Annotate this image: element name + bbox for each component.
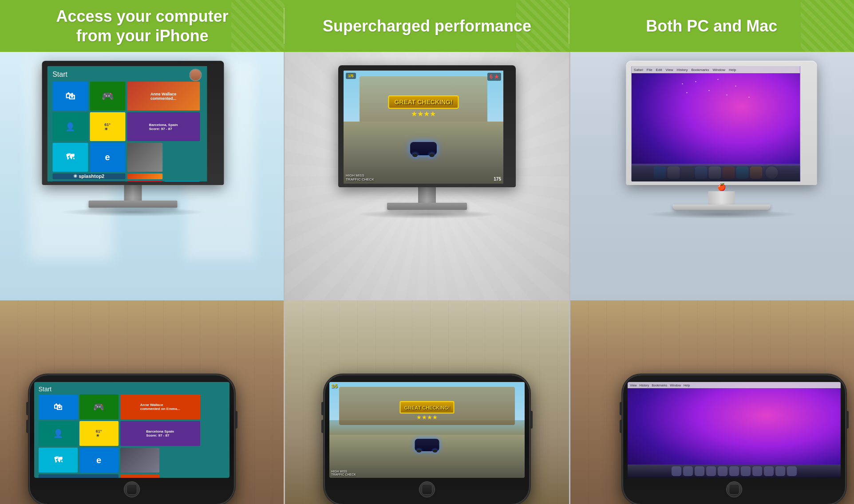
header-title-2: Supercharged performance — [323, 16, 531, 35]
mac-desktop: Safari File Edit View History Bookmarks … — [632, 66, 800, 181]
iphone-home-button[interactable] — [124, 481, 140, 497]
tile-photos: Anne Wallacecommented... — [127, 82, 200, 110]
iphone-gaming-home-inner — [422, 484, 432, 495]
monitor-frame: Start 🛍 🎮 — [42, 61, 224, 185]
iphone-tile-red — [120, 474, 159, 478]
tile-person — [127, 143, 162, 172]
iphone-mac-menu-help: Help — [684, 384, 690, 387]
iphone-tile-social: Anne Wallacecommented on Emma... — [120, 394, 200, 419]
dock-divider — [764, 167, 764, 178]
iphone-dock-icon-6 — [729, 466, 739, 476]
apple-logo: 🍎 — [626, 183, 817, 191]
iphone-dock-icon-7 — [741, 466, 751, 476]
col-windows: Start 🛍 🎮 — [0, 52, 285, 504]
mac-menu-help: Help — [729, 68, 736, 72]
iphone-mac-wallpaper — [628, 382, 841, 478]
iphone-car-wheel-r — [432, 449, 437, 453]
iphone-power — [530, 411, 533, 429]
col-mac: Safari File Edit View History Bookmarks … — [570, 52, 854, 504]
iphone-start-label: Start — [39, 386, 52, 393]
dock-icon-6 — [723, 166, 735, 179]
mac-menu-bookmarks: Bookmarks — [692, 68, 709, 72]
tile-weather: 61°☀ — [90, 112, 125, 141]
iphone-screen-windows: Start 🛍 🎮 Anne Wallacecommented on Emma.… — [34, 382, 229, 478]
mac-menu-safari: Safari — [634, 68, 643, 72]
game-score-bottom: 175 — [494, 177, 501, 181]
iphone-mac-power — [846, 411, 849, 429]
iphone-home-inner — [127, 484, 137, 495]
iphone-vol-up — [321, 402, 324, 415]
iphone-mac-menu-history: History — [639, 384, 649, 387]
iphone-mac-home[interactable] — [726, 481, 742, 497]
gaming-monitor-shadow — [356, 210, 498, 219]
iphone-tile-weather: 61°☀ — [79, 421, 119, 446]
mac-monitor-screen: Safari File Edit View History Bookmarks … — [632, 66, 812, 181]
dock-icon-8 — [750, 166, 763, 179]
car-wheel-right — [429, 154, 435, 157]
iphone-dock-icon-8 — [752, 466, 762, 476]
header-title-3: Both PC and Mac — [646, 16, 777, 35]
mac-menu-file: File — [647, 68, 652, 72]
tile-cloud: ☁ — [164, 181, 200, 181]
iphone-gaming: 1/5 GREAT CHECKING! ★★★★ — [325, 375, 529, 504]
game-desktop: 1/5 6 ★ GREAT CHECKING! ★★★★ — [344, 71, 503, 184]
game-hud-pos: 1/5 — [346, 73, 356, 79]
windows-monitor: Start 🛍 🎮 — [42, 61, 224, 217]
iphone-mac-menu-bookmarks: Bookmarks — [652, 384, 667, 387]
mac-menu-view: View — [665, 68, 673, 72]
tile-games: 🎮 — [90, 82, 125, 110]
iphone-mac-menubar: View History Bookmarks Window Help — [628, 382, 841, 388]
game-car — [410, 142, 437, 155]
col-gaming: 1/5 6 ★ GREAT CHECKING! ★★★★ — [285, 52, 570, 504]
monitor-base — [88, 201, 177, 208]
iphone-tile-games: 🎮 — [79, 394, 119, 419]
iphone-game-hud-bottom: HIGH MISSTRAFFIC CHECK — [331, 470, 356, 476]
page-container: Access your computer from your iPhone Su… — [0, 0, 854, 504]
game-hud-bottom: HIGH MISSTRAFFIC CHECK — [346, 173, 374, 181]
monitor-screen: Start 🛍 🎮 — [47, 66, 218, 181]
game-stars: ★★★★ — [388, 110, 459, 118]
iphone-windows: Start 🛍 🎮 Anne Wallacecommented on Emma.… — [30, 375, 234, 504]
mac-menu-history: History — [677, 68, 688, 72]
tile-splashtop: ✳ splashtop2 — [52, 173, 125, 179]
iphone-tile-maps: 🗺 — [39, 448, 78, 472]
iphone-tile-photo — [120, 448, 159, 472]
game-banner-box: GREAT CHECKING! — [388, 95, 459, 109]
tile-maps: 🗺 — [52, 143, 88, 172]
iphone-mac-frame: View History Bookmarks Window Help — [623, 375, 845, 504]
header-col-3: Both PC and Mac — [569, 0, 854, 52]
iphone-mac-dock — [628, 465, 841, 478]
mac-menubar: Safari File Edit View History Bookmarks … — [632, 66, 800, 73]
gaming-monitor-screen: 1/5 6 ★ GREAT CHECKING! ★★★★ — [344, 71, 510, 184]
header-col-1: Access your computer from your iPhone — [0, 0, 285, 52]
iphone-game-car — [415, 439, 439, 451]
iphone-gaming-home[interactable] — [419, 481, 435, 497]
tile-people: 👤 — [52, 112, 88, 141]
tile-now-playing: Now PlayingEltonViper Creek Club — [127, 181, 162, 181]
iphone-game-text: GREAT CHECKING! — [404, 405, 450, 410]
iphone-game-content: 1/5 GREAT CHECKING! ★★★★ — [329, 382, 525, 478]
tile-machado: Manuel Machado90 Vacation photosThese pi… — [52, 181, 125, 181]
monitor-shadow — [60, 208, 206, 217]
iphone-game-rank: 1/5 — [331, 384, 337, 389]
iphone-mac-vol-up — [620, 402, 622, 415]
header: Access your computer from your iPhone Su… — [0, 0, 854, 52]
iphone-volume-down — [26, 420, 29, 433]
iphone-dock-icon-11 — [787, 466, 797, 476]
win8-start-label: Start — [52, 71, 67, 79]
iphone-game-stars: ★★★★ — [399, 414, 454, 421]
iphone-dock-icon-9 — [764, 466, 774, 476]
win8-user-avatar — [189, 69, 202, 81]
tile-store: 🛍 — [52, 82, 88, 110]
iphone-tile-ie: e — [79, 448, 119, 472]
iphone-mac: View History Bookmarks Window Help — [623, 375, 845, 504]
monitor-neck — [124, 185, 142, 201]
dock-icon-5 — [709, 166, 721, 179]
tile-ie: e — [90, 143, 125, 172]
iphone-screen-gaming: 1/5 GREAT CHECKING! ★★★★ — [329, 382, 525, 478]
header-title-1: Access your computer from your iPhone — [56, 7, 229, 45]
gaming-monitor-neck — [418, 187, 436, 203]
iphone-game-banner-box: GREAT CHECKING! — [399, 401, 454, 413]
header-col-2: Supercharged performance — [285, 0, 569, 52]
dock-icon-1 — [654, 166, 666, 179]
